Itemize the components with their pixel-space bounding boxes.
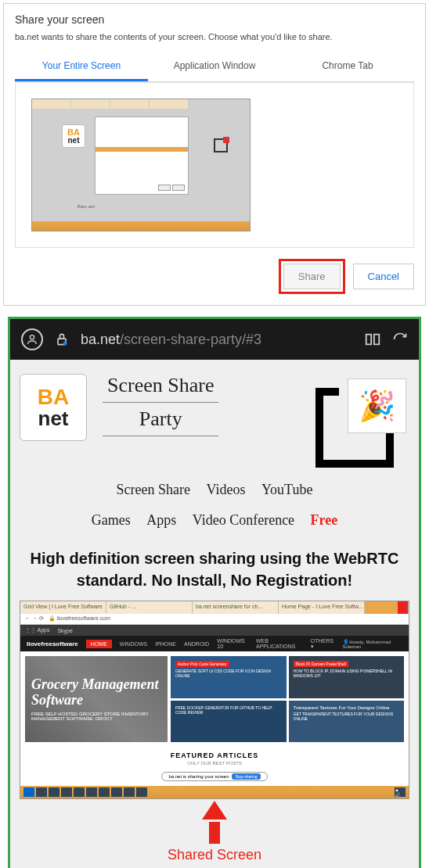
share-tabs: Your Entire Screen Application Window Ch…: [15, 52, 414, 82]
ss-tab-3[interactable]: ba.net screenshare for ch...: [193, 601, 279, 614]
nav-free[interactable]: Free: [311, 512, 338, 528]
nav-youtube[interactable]: YouTube: [261, 482, 313, 497]
ss-sharing-pill[interactable]: ba.net is sharing your screenStop sharin…: [161, 772, 267, 781]
ss-user-greeting[interactable]: 👤 Howdy, Mohammad Suleman: [343, 639, 402, 649]
nav-videos[interactable]: Videos: [206, 482, 245, 497]
taskbar-start-icon[interactable]: [23, 787, 34, 797]
ss-stop-sharing[interactable]: Stop sharing: [232, 773, 260, 780]
shared-screen-view: Grid View | I Love Free Software GitHub …: [20, 601, 409, 799]
page-header: BA net Screen Share Party 🎉: [20, 374, 409, 468]
dialog-subtitle: ba.net wants to share the contents of yo…: [15, 32, 414, 41]
headline: High definition screen sharing using the…: [23, 547, 406, 591]
ss-card-1[interactable]: Author Pick Code GeneratorGENERATE SOFT …: [171, 656, 287, 698]
ss-cards: Author Pick Code GeneratorGENERATE SOFT …: [171, 656, 404, 742]
ss-browser-tabs: Grid View | I Love Free Software GitHub …: [20, 601, 409, 614]
nav-games[interactable]: Games: [92, 512, 131, 528]
nav-apps[interactable]: Apps: [146, 512, 176, 528]
ss-card-3[interactable]: FREE DOCKER GENERATOR FOR GITHUB TO HELP…: [171, 701, 287, 743]
ss-tab-1[interactable]: Grid View | I Love Free Software: [20, 601, 106, 614]
nav-screen-share[interactable]: Screen Share: [117, 482, 190, 497]
title-line-1: Screen Share: [103, 374, 218, 403]
thumb-caption: Ваш акт: [78, 204, 96, 209]
ss-taskbar: ▲ 🔊: [20, 786, 409, 798]
ss-window-close[interactable]: [398, 601, 409, 614]
annotation-label: Shared Screen: [20, 847, 409, 863]
profile-icon[interactable]: [21, 328, 43, 350]
title-line-2: Party: [103, 407, 218, 436]
nav-line-2: Games Apps Video Conference Free: [20, 512, 409, 529]
share-button[interactable]: Share: [283, 264, 341, 289]
share-highlight: Share: [279, 259, 345, 294]
ss-site-logo[interactable]: Ilovefreesoftware: [27, 640, 78, 647]
nav-line-1: Screen Share Videos YouTube: [20, 482, 409, 498]
ss-url-bar[interactable]: ← → ⟳ 🔒 ilovefreesoftware.com: [20, 614, 409, 625]
tab-entire-screen[interactable]: Your Entire Screen: [15, 52, 148, 81]
svg-point-2: [63, 342, 67, 346]
thumb-inner-dialog: [95, 117, 189, 195]
tab-chrome-tab[interactable]: Chrome Tab: [281, 52, 414, 81]
cancel-button[interactable]: Cancel: [353, 264, 414, 289]
dialog-title: Share your screen: [15, 13, 414, 26]
annotation: Shared Screen: [20, 801, 409, 863]
taskbar-tray[interactable]: ▲ 🔊: [395, 787, 406, 797]
ss-card-2[interactable]: Block IP, Domain PowerShellHOW TO BLOCK …: [289, 656, 405, 698]
tab-application-window[interactable]: Application Window: [148, 52, 281, 81]
ss-site-nav: Ilovefreesoftware HOME WINDOWS IPHONE AN…: [20, 636, 409, 651]
arrow-icon: [202, 801, 227, 820]
ss-card-4[interactable]: Transparent Textures For Your Designs On…: [289, 701, 405, 743]
screen-thumbnail[interactable]: BA net Ваш акт: [31, 99, 251, 231]
banet-logo[interactable]: BA net: [20, 374, 87, 441]
page-titles: Screen Share Party: [103, 374, 218, 436]
ss-tab-4[interactable]: Home Page - I Love Free Softw...: [279, 601, 365, 614]
browser-screenshot: ba.net/screen-share-party/#3 BA net Scre…: [8, 317, 421, 868]
svg-point-0: [30, 335, 34, 339]
ss-nav-home[interactable]: HOME: [86, 640, 112, 648]
reader-icon[interactable]: [364, 331, 381, 348]
thumb-logo: BA net: [62, 124, 85, 148]
ss-featured-sub: ONLY OUR BEST POSTS: [25, 761, 404, 766]
browser-toolbar: ba.net/screen-share-party/#3: [10, 319, 419, 360]
ss-body: Grocery Management Software FREE SELF HO…: [20, 651, 409, 747]
party-icon: 🎉: [315, 374, 409, 468]
ss-bookmarks: ⋮⋮ Apps Skype: [20, 625, 409, 636]
ss-featured-title: FEATURED ARTICLES: [25, 751, 404, 759]
ss-featured: FEATURED ARTICLES ONLY OUR BEST POSTS ba…: [20, 747, 409, 786]
nav-video-conference[interactable]: Video Conference: [193, 512, 294, 528]
share-overlay-icon: [214, 138, 228, 152]
ss-tab-2[interactable]: GitHub - ...: [106, 601, 193, 614]
preview-area: BA net Ваш акт: [15, 82, 414, 248]
share-dialog: Share your screen ba.net wants to share …: [3, 3, 426, 306]
reload-icon[interactable]: [392, 332, 408, 347]
url-bar[interactable]: ba.net/screen-share-party/#3: [81, 332, 353, 348]
dialog-buttons: Share Cancel: [15, 259, 414, 294]
page-content: BA net Screen Share Party 🎉 Screen Share…: [10, 360, 419, 868]
lock-icon[interactable]: [54, 332, 70, 347]
ss-hero[interactable]: Grocery Management Software FREE SELF HO…: [25, 656, 168, 742]
